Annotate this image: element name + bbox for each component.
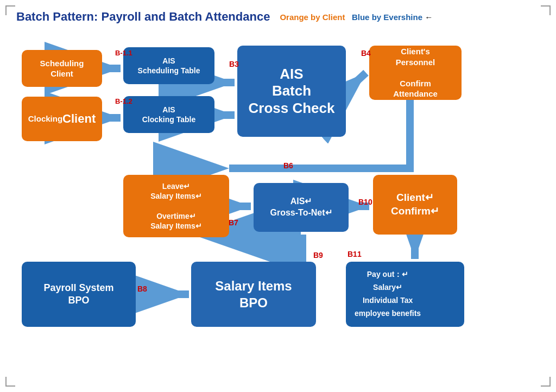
clients-personnel-box: Client'sPersonnelConfirmAttendance (369, 46, 462, 100)
label-b6: B6 (283, 161, 293, 170)
label-b1-1: B-1.1 (115, 49, 132, 57)
header-subtitle: Orange by Client Blue by Evershine ← (280, 12, 433, 22)
corner-tl (5, 5, 15, 15)
payroll-system-bpo-box: Payroll SystemBPO (22, 262, 136, 327)
subtitle-blue: Blue by Evershine (352, 12, 422, 22)
label-b3: B3 (229, 60, 239, 68)
subtitle-arrow: ← (425, 12, 433, 22)
ais-batch-cross-check-box: AISBatchCross Check (237, 46, 346, 137)
salary-items-bpo-box: Salary ItemsBPO (191, 262, 316, 327)
page: Batch Pattern: Payroll and Batch Attenda… (0, 0, 556, 392)
label-b9: B9 (313, 251, 323, 260)
svg-line-7 (346, 73, 366, 91)
client-confirm-box: Client↵Confirm↵ (373, 175, 457, 235)
corner-bl (5, 377, 15, 387)
subtitle-orange: Orange by Client (280, 12, 345, 22)
corner-br (541, 377, 551, 387)
leave-salary-box: Leave↵Salary Items↵Overtime↵Salary Items… (123, 175, 229, 237)
corner-tr (541, 5, 551, 15)
label-b4: B4 (361, 49, 371, 58)
label-b8: B8 (137, 284, 147, 293)
label-b7: B7 (229, 218, 238, 227)
ais-clocking-table-box: AISClocking Table (123, 96, 214, 133)
label-b10: B10 (358, 198, 372, 206)
label-b1-2: B-1.2 (115, 97, 132, 105)
ais-scheduling-table-box: AISScheduling Table (123, 47, 214, 84)
label-b11: B11 (348, 250, 362, 258)
ais-gross-to-net-box: AIS↵Gross-To-Net↵ (254, 183, 349, 232)
header: Batch Pattern: Payroll and Batch Attenda… (16, 10, 544, 24)
page-title: Batch Pattern: Payroll and Batch Attenda… (16, 10, 270, 24)
clocking-client-box: ClockingClient (22, 97, 102, 141)
pay-out-box: Pay out：↵ Salary↵ Individual Tax employe… (346, 262, 464, 327)
diagram: SchedulingClient ClockingClient AISSched… (12, 34, 544, 370)
scheduling-client-box: SchedulingClient (22, 50, 102, 87)
